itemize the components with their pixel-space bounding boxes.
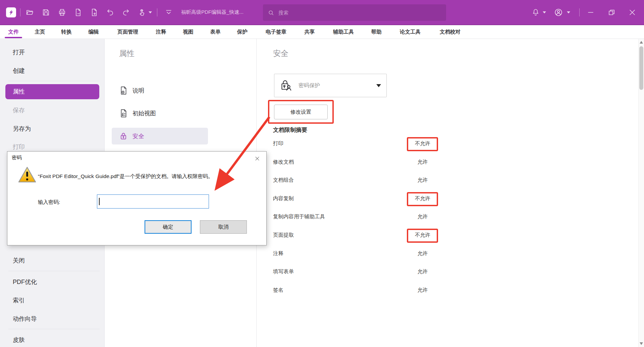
notifications-bell-icon[interactable]	[530, 7, 541, 18]
permission-row: 页面提取不允许	[257, 232, 635, 240]
ok-button[interactable]: 确定	[145, 220, 192, 234]
permission-label: 页面提取	[273, 232, 294, 239]
properties-item-security[interactable]: 安全	[105, 128, 257, 144]
permission-label: 文档组合	[273, 177, 294, 184]
ribbon-tab[interactable]: 文件	[8, 28, 19, 36]
sidebar-item[interactable]: 索引	[0, 293, 105, 308]
search-box[interactable]	[263, 4, 446, 21]
ribbon-tab[interactable]: 论文工具	[400, 28, 421, 36]
sidebar-item[interactable]: 另存为	[0, 121, 105, 136]
permission-row: 修改文档允许	[257, 159, 635, 167]
print-icon[interactable]	[56, 7, 68, 18]
permission-label: 注释	[273, 250, 283, 257]
sidebar-item[interactable]: 属性	[5, 84, 99, 99]
security-method-value: 密码保护	[299, 82, 320, 89]
ribbon-tab[interactable]: 共享	[305, 28, 315, 36]
cancel-button[interactable]: 取消	[200, 220, 247, 234]
collapse-ribbon-icon[interactable]	[163, 7, 174, 18]
permission-row: 签名允许	[257, 287, 635, 295]
permission-label: 复制内容用于辅助工具	[273, 213, 325, 220]
account-dropdown-caret[interactable]	[567, 11, 570, 13]
sidebar-item[interactable]: 保存	[0, 103, 105, 118]
permission-value: 不允许	[401, 232, 444, 239]
app-window: 福昕高级PDF编辑器_快速... 文件主页转换编辑页面管理注释视图表单保护电子签…	[0, 0, 644, 347]
permission-row: 文档组合允许	[257, 177, 635, 185]
sidebar-item[interactable]: 打开	[0, 45, 105, 60]
save-icon[interactable]	[40, 7, 52, 18]
restore-window-button[interactable]	[606, 7, 617, 18]
vertical-scrollbar[interactable]	[638, 39, 644, 347]
ribbon-tab[interactable]: 注释	[156, 28, 166, 36]
ribbon-tab[interactable]: 电子签章	[266, 28, 286, 36]
scrollbar-thumb[interactable]	[639, 46, 643, 90]
dialog-close-icon[interactable]	[253, 154, 262, 163]
hand-tool-icon[interactable]	[136, 7, 148, 18]
foxit-logo[interactable]	[6, 7, 16, 17]
permission-row: 复制内容用于辅助工具允许	[257, 213, 635, 221]
ribbon-tab[interactable]: 视图	[183, 28, 194, 36]
ribbon-tab[interactable]: 编辑	[89, 28, 99, 36]
ribbon-tab[interactable]: 主页	[35, 28, 45, 36]
security-method-dropdown[interactable]: 密码保护	[274, 74, 387, 97]
permission-value: 不允许	[401, 140, 444, 147]
password-dialog: 密码 “Foxit PDF Editor_Quick Guide.pdf”是一个…	[7, 151, 267, 245]
open-folder-icon[interactable]	[24, 7, 36, 18]
sidebar-divider	[8, 271, 100, 271]
password-input-label: 输入密码:	[38, 199, 60, 206]
lock-user-icon	[279, 78, 293, 93]
sidebar-divider	[8, 329, 100, 329]
minimize-button[interactable]	[585, 7, 596, 18]
title-bar: 福昕高级PDF编辑器_快速...	[0, 0, 644, 25]
change-settings-button[interactable]: 修改设置	[274, 105, 328, 119]
password-input[interactable]	[97, 194, 209, 209]
undo-icon[interactable]	[105, 7, 116, 18]
permission-label: 打印	[273, 140, 283, 147]
doc-checklist-icon	[119, 109, 128, 118]
restrictions-summary-title: 文档限制摘要	[273, 126, 307, 134]
sidebar-item[interactable]: PDF优化	[0, 275, 105, 289]
permission-value: 允许	[401, 250, 444, 257]
permission-value: 允许	[401, 159, 444, 166]
scroll-up-arrow[interactable]	[640, 41, 643, 44]
active-tab-underline	[5, 37, 22, 38]
ribbon-tab[interactable]: 保护	[237, 28, 248, 36]
export-doc-icon[interactable]	[72, 7, 84, 18]
hand-tool-dropdown-caret[interactable]	[149, 11, 152, 13]
properties-item-initial-view[interactable]: 初始视图	[105, 105, 257, 122]
close-window-button[interactable]	[627, 7, 638, 18]
ribbon-tab[interactable]: 表单	[210, 28, 221, 36]
permission-value: 不允许	[401, 195, 444, 202]
sidebar-item[interactable]: 皮肤	[0, 333, 105, 347]
properties-item-label: 初始视图	[132, 109, 156, 117]
permission-row: 内容复制不允许	[257, 195, 635, 203]
text-cursor	[99, 198, 100, 205]
sidebar-item[interactable]: 关闭	[0, 253, 105, 268]
scroll-down-arrow[interactable]	[640, 342, 643, 345]
divider	[579, 8, 580, 16]
ribbon-tab[interactable]: 转换	[61, 28, 72, 36]
permission-value: 允许	[401, 213, 444, 220]
divider	[157, 8, 157, 16]
dialog-title: 密码	[12, 155, 22, 161]
properties-item-label: 安全	[132, 132, 144, 140]
sidebar-item[interactable]: 动作向导	[0, 311, 105, 326]
lock-icon	[119, 132, 128, 140]
add-doc-icon[interactable]	[89, 7, 100, 18]
properties-item-description[interactable]: 说明	[105, 82, 257, 99]
ribbon-tab[interactable]: 辅助工具	[333, 28, 354, 36]
notifications-dropdown-caret[interactable]	[543, 11, 546, 13]
sidebar-item[interactable]: 创建	[0, 63, 105, 78]
permission-value: 允许	[401, 177, 444, 184]
account-avatar-icon[interactable]	[553, 7, 564, 18]
permission-row: 注释允许	[257, 250, 635, 258]
redo-icon[interactable]	[120, 7, 131, 18]
security-panel-title: 安全	[273, 48, 288, 59]
dialog-message: “Foxit PDF Editor_Quick Guide.pdf”是一个受保护…	[38, 173, 213, 180]
permission-label: 内容复制	[273, 195, 294, 202]
ribbon-tab[interactable]: 文档校对	[440, 28, 461, 36]
permission-label: 签名	[273, 287, 283, 294]
search-input[interactable]	[278, 9, 425, 16]
ribbon-tab[interactable]: 帮助	[371, 28, 382, 36]
ribbon-tab[interactable]: 页面管理	[117, 28, 138, 36]
sidebar-divider	[8, 81, 100, 81]
